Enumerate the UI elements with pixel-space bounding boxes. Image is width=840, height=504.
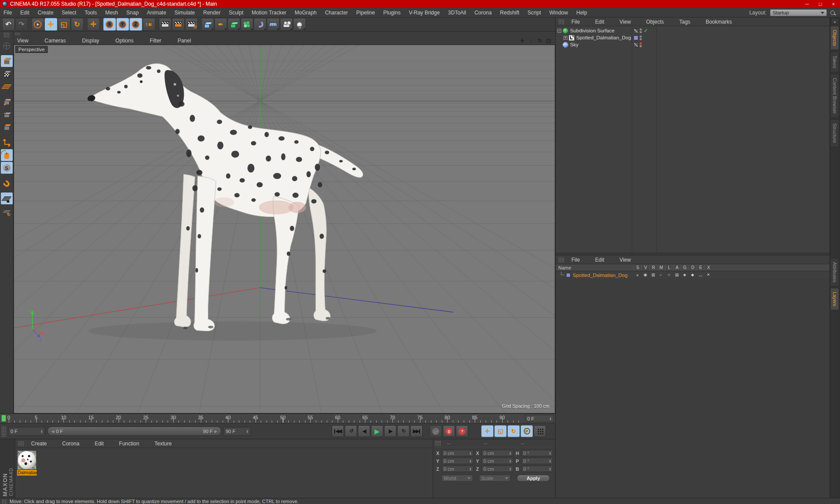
object-manager-menu-bookmarks[interactable]: Bookmarks: [706, 19, 732, 25]
layer-manager-menu-file[interactable]: File: [571, 257, 580, 263]
viewport-menu-panel[interactable]: Panel: [178, 38, 191, 44]
tab-attributes[interactable]: Attributes: [831, 258, 839, 286]
model-mode-button[interactable]: [1, 55, 13, 67]
timeline-ruler[interactable]: 0 F ▲▼ 051015202530354045505560657075808…: [0, 413, 555, 423]
viewport-menu-display[interactable]: Display: [82, 38, 99, 44]
keyframe-selection-button[interactable]: [534, 425, 546, 437]
scale-tool-button[interactable]: ◱: [58, 18, 70, 31]
menu-help[interactable]: Help: [576, 10, 587, 16]
visibility-dot[interactable]: [640, 28, 642, 31]
menu-select[interactable]: Select: [62, 10, 76, 16]
menu-mograph[interactable]: MoGraph: [295, 10, 317, 16]
coord-field-h[interactable]: 0 °▲▼: [522, 450, 553, 456]
next-key-button[interactable]: ↻: [397, 425, 410, 437]
dalmatian-material[interactable]: Dalmatian: [17, 450, 37, 476]
menu-sculpt[interactable]: Sculpt: [229, 10, 243, 16]
manager-icon[interactable]: ⌐: [657, 273, 665, 277]
environment-button[interactable]: [267, 18, 280, 31]
deformers-button[interactable]: [254, 18, 266, 31]
slider-left-arrow-icon[interactable]: ◀: [51, 429, 54, 434]
view-label[interactable]: Perspective: [15, 46, 48, 53]
goto-end-button[interactable]: ▶▶: [410, 425, 423, 437]
modifiers-button[interactable]: [241, 18, 253, 31]
slider-right-arrow-icon[interactable]: ▶: [214, 429, 217, 434]
maximize-button[interactable]: □: [814, 0, 827, 8]
object-row-sky[interactable]: Sky: [556, 41, 830, 48]
key-scale-button[interactable]: ◱: [494, 425, 507, 437]
generators-button[interactable]: [228, 18, 240, 31]
timeline-range-slider[interactable]: ◀ 0 F 90 F ▶: [47, 427, 221, 436]
visibility-dot[interactable]: [640, 35, 642, 38]
undo-button[interactable]: ↶: [2, 18, 15, 31]
autokeying-button[interactable]: ?: [456, 425, 468, 437]
enable-snap-button[interactable]: [1, 149, 13, 161]
layer-swatch[interactable]: [634, 28, 638, 33]
lock-icon[interactable]: ∩: [665, 273, 673, 277]
spinner-arrows[interactable]: ▲▼: [469, 467, 472, 471]
coord-field-y[interactable]: 0 cm▲▼: [442, 458, 473, 464]
generators-icon[interactable]: ◈: [681, 273, 689, 277]
visibility-dot[interactable]: [640, 42, 642, 45]
viewport-menu-options[interactable]: Options: [116, 38, 133, 44]
menu-script[interactable]: Script: [528, 10, 541, 16]
animation-icon[interactable]: ▤: [673, 273, 681, 277]
current-frame-field[interactable]: 0 F ▲▼: [8, 427, 45, 436]
menu-3dtoall[interactable]: 3DToAll: [448, 10, 466, 16]
drag-grip[interactable]: [435, 441, 441, 446]
points-mode-button[interactable]: [1, 96, 13, 108]
record-objects-button[interactable]: ( ): [443, 425, 455, 437]
coord-field-y[interactable]: 0 cm▲▼: [482, 458, 513, 464]
spinner-arrows[interactable]: ▲▼: [549, 467, 551, 471]
magnet-tool-button[interactable]: [1, 177, 13, 189]
object-manager-menu-view[interactable]: View: [620, 19, 631, 25]
coord-field-x[interactable]: 0 cm▲▼: [482, 450, 513, 456]
spinner-arrows[interactable]: ▲▼: [509, 467, 511, 471]
end-frame-field[interactable]: 90 F ▲▼: [224, 427, 251, 436]
object-row-subdivision-surface[interactable]: -Subdivision Surface✓: [556, 27, 830, 34]
menu-window[interactable]: Window: [550, 10, 568, 16]
pen-spline-button[interactable]: ✒: [214, 18, 227, 31]
material-menu-edit[interactable]: Edit: [94, 441, 104, 447]
xref-icon[interactable]: ✕: [704, 273, 712, 277]
layout-dropdown[interactable]: Startup: [770, 9, 827, 16]
material-menu-function[interactable]: Function: [119, 441, 139, 447]
spinner-arrows[interactable]: ▲▼: [469, 459, 472, 463]
expand-toggle[interactable]: +: [564, 36, 567, 40]
menu-motion-tracker[interactable]: Motion Tracker: [252, 10, 286, 16]
key-position-button[interactable]: ✛: [481, 425, 494, 437]
edges-mode-button[interactable]: [1, 108, 13, 120]
add-primitive-button[interactable]: [201, 18, 214, 31]
last-used-tool-button[interactable]: ✛: [87, 18, 100, 31]
live-selection-tool-button[interactable]: [32, 18, 44, 31]
drag-grip[interactable]: [4, 32, 10, 38]
tab-layers[interactable]: Layers: [831, 288, 839, 310]
visible-icon[interactable]: ◉: [641, 273, 649, 277]
coord-field-z[interactable]: 0 cm▲▼: [482, 466, 513, 472]
menu-snap[interactable]: Snap: [126, 10, 139, 16]
move-tool-button[interactable]: ✛: [45, 18, 57, 31]
menu-file[interactable]: File: [4, 10, 12, 16]
coordinate-system-button[interactable]: ↑: [143, 18, 155, 31]
spinner-arrows[interactable]: ▲▼: [509, 459, 511, 463]
goto-start-button[interactable]: ◀◀: [332, 425, 344, 437]
lock-x-axis-button[interactable]: X: [103, 18, 116, 31]
visibility-dot[interactable]: [640, 31, 642, 33]
render-picture-viewer-button[interactable]: [172, 18, 185, 31]
redo-button[interactable]: ↷: [15, 18, 28, 31]
scale-dropdown[interactable]: Scale: [479, 475, 511, 482]
spinner-arrows[interactable]: ▲▼: [246, 430, 248, 433]
menu-tools[interactable]: Tools: [84, 10, 97, 16]
light-button[interactable]: [293, 18, 306, 31]
viewport-menu-cameras[interactable]: Cameras: [45, 38, 66, 44]
layer-color-swatch[interactable]: [566, 273, 570, 277]
lock-y-axis-button[interactable]: Y: [116, 18, 129, 31]
search-icon[interactable]: [830, 10, 835, 15]
rotate-view-icon[interactable]: ↻: [537, 38, 543, 44]
layer-swatch[interactable]: [634, 42, 638, 47]
align-workplane-button[interactable]: [1, 205, 13, 217]
spinner-arrows[interactable]: ▲▼: [469, 452, 472, 455]
minimize-button[interactable]: ─: [801, 0, 814, 8]
spinner-arrows[interactable]: ▲▼: [549, 452, 551, 455]
deformers-icon[interactable]: ◆: [689, 273, 696, 277]
tab-takes[interactable]: Takes: [831, 52, 839, 72]
